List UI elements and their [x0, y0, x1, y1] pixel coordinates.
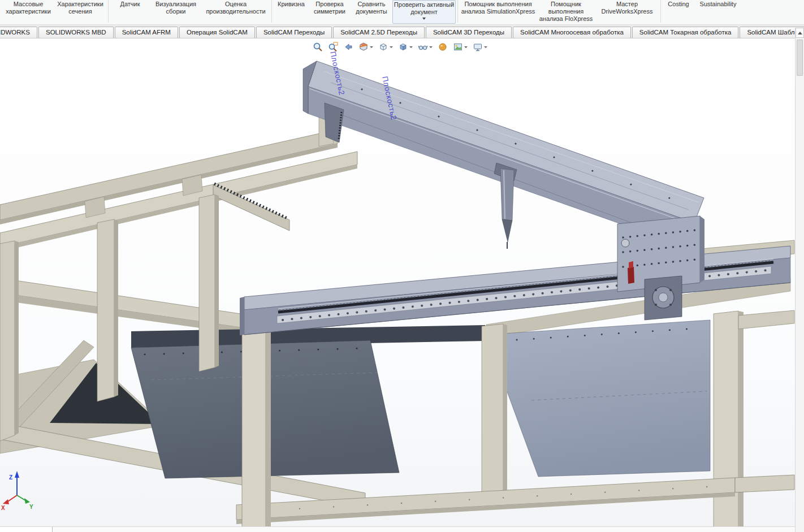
model-tabs-bar	[0, 526, 795, 532]
dropdown-caret-icon	[370, 46, 373, 48]
ribbon-button-section-properties[interactable]: Характеристики сечения	[54, 0, 106, 24]
ribbon-button-label: Sustainability	[700, 1, 737, 8]
tab-solidworks-mbd[interactable]: SOLIDWORKS MBD	[38, 27, 114, 38]
ribbon-button-label: Проверить активный документ	[393, 1, 455, 16]
previous-view-icon[interactable]	[343, 41, 354, 53]
ribbon-button-label: Кривизна	[278, 1, 305, 8]
ribbon-button-label: Помощник выполнения анализа SimulationXp…	[460, 1, 537, 15]
ribbon-button-label: Визуализация сборки	[150, 1, 202, 15]
ribbon-button-check-active-document[interactable]: Проверить активный документ	[392, 0, 456, 24]
ribbon-button-mass-properties[interactable]: Массовые характеристики	[2, 0, 54, 24]
up-arrow-icon	[798, 32, 802, 34]
y-axis-arrow	[24, 498, 30, 504]
tab-solidcam-transitions[interactable]: SolidCAM Переходы	[256, 27, 332, 38]
dropdown-caret-icon	[422, 18, 426, 20]
scrollbar-up-button[interactable]	[796, 28, 804, 38]
ribbon-separator	[457, 0, 458, 23]
tab-solidcam-operation[interactable]: Операция SolidCAM	[179, 27, 255, 38]
ribbon-button-assembly-visualization[interactable]: Визуализация сборки	[150, 0, 202, 24]
ribbon-toolbar: Массовые характеристики Характеристики с…	[0, 0, 804, 25]
ribbon-button-symmetry-check[interactable]: Проверка симметрии	[309, 0, 351, 24]
scrollbar-thumb[interactable]	[797, 40, 803, 76]
ribbon-button-label: Проверка симметрии	[309, 1, 351, 15]
ribbon-button-label: Оценка производительности	[202, 1, 270, 15]
ribbon-separator	[108, 0, 109, 23]
z-axis-label: Z	[9, 474, 12, 481]
display-style-icon[interactable]	[397, 41, 413, 53]
ribbon-button-performance-evaluation[interactable]: Оценка производительности	[202, 0, 270, 24]
ribbon-button-label: Массовые характеристики	[2, 1, 54, 15]
ribbon-button-driveworksxpress-wizard[interactable]: Мастер DriveWorksXpress	[595, 0, 659, 24]
edit-appearance-icon[interactable]	[437, 41, 448, 53]
tab-solidcam-afrm[interactable]: SolidCAM AFRM	[115, 27, 178, 38]
x-axis-arrow	[3, 499, 9, 504]
tab-solidcam-25d-transitions[interactable]: SolidCAM 2.5D Переходы	[333, 27, 425, 38]
section-view-icon[interactable]	[358, 41, 374, 53]
tab-solidworks[interactable]: SOLIDWORKS	[0, 27, 37, 38]
dropdown-caret-icon	[409, 46, 413, 48]
zoom-area-icon[interactable]	[327, 41, 339, 53]
ribbon-button-compare-documents[interactable]: Сравнить документы	[351, 0, 392, 24]
ribbon-button-costing[interactable]: Costing	[663, 0, 694, 24]
ribbon-button-curvature[interactable]: Кривизна	[274, 0, 309, 24]
hide-show-items-icon[interactable]	[417, 41, 433, 53]
dropdown-caret-icon	[429, 46, 433, 48]
ribbon-button-label: Характеристики сечения	[54, 1, 106, 15]
tab-solidcam-multiaxis[interactable]: SolidCAM Многоосевая обработка	[513, 27, 631, 38]
x-axis-label: X	[1, 505, 5, 511]
y-axis-label: Y	[29, 504, 33, 510]
tab-solidcam-3d-transitions[interactable]: SolidCAM 3D Переходы	[426, 27, 512, 38]
view-settings-icon[interactable]	[472, 41, 488, 53]
origin-triad: Z X Y	[1, 471, 33, 511]
zoom-fit-icon[interactable]	[312, 41, 323, 53]
ribbon-button-floxpress-wizard[interactable]: Помощник выполнения анализа FloXpress	[537, 0, 595, 24]
ribbon-separator	[660, 0, 661, 23]
commandmanager-tabs: SOLIDWORKS SOLIDWORKS MBD SolidCAM AFRM …	[0, 25, 804, 38]
ribbon-button-label: Costing	[668, 1, 689, 8]
ribbon-button-label: Сравнить документы	[351, 1, 392, 15]
solidworks-window: Массовые характеристики Характеристики с…	[0, 0, 804, 532]
ribbon-button-sensor[interactable]: Датчик	[110, 0, 150, 24]
ribbon-button-label: Датчик	[120, 1, 140, 8]
graphics-viewport[interactable]: Плоскость2 Плоскость2 Z X Y	[0, 38, 795, 532]
dropdown-caret-icon	[464, 46, 468, 48]
ribbon-separator	[271, 0, 272, 23]
ribbon-button-simulationxpress-wizard[interactable]: Помощник выполнения анализа SimulationXp…	[460, 0, 537, 24]
z-axis-arrow	[15, 471, 19, 478]
dropdown-caret-icon	[484, 46, 487, 48]
heads-up-toolbar	[312, 41, 488, 53]
model-tab[interactable]	[0, 527, 53, 532]
ribbon-button-sustainability[interactable]: Sustainability	[694, 0, 742, 24]
ribbon-button-label: Мастер DriveWorksXpress	[595, 1, 659, 15]
apply-scene-icon[interactable]	[452, 41, 468, 53]
ribbon-button-label: Помощник выполнения анализа FloXpress	[537, 1, 595, 23]
view-orientation-icon[interactable]	[378, 41, 394, 53]
vertical-scrollbar[interactable]	[795, 28, 804, 532]
tab-solidcam-turning[interactable]: SolidCAM Токарная обработка	[632, 27, 739, 38]
tab-solidcam-templates[interactable]: SolidCAM Шаблоны	[740, 27, 804, 38]
dropdown-caret-icon	[390, 46, 393, 48]
